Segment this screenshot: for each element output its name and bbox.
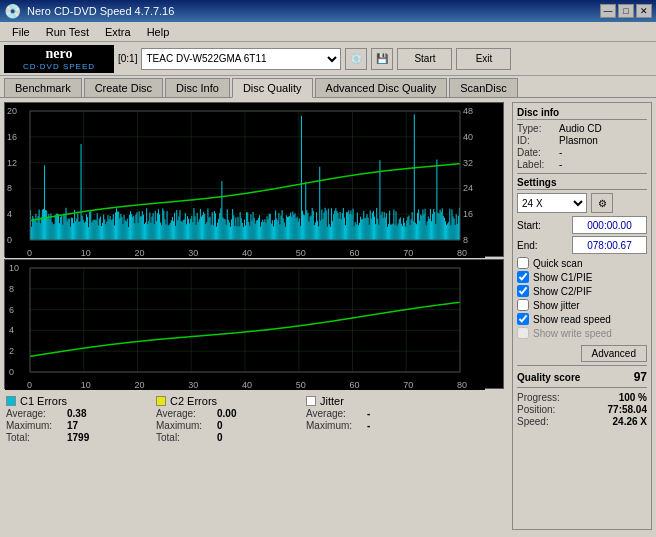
chart-top: [4, 102, 504, 257]
show-write-checkbox[interactable]: [517, 327, 529, 339]
progress-value: 100 %: [619, 392, 647, 403]
c2-max-label: Maximum:: [156, 420, 211, 431]
menu-extra[interactable]: Extra: [97, 24, 139, 40]
minimize-button[interactable]: —: [600, 4, 616, 18]
settings-title: Settings: [517, 177, 647, 190]
disc-type-value: Audio CD: [559, 123, 602, 134]
menu-help[interactable]: Help: [139, 24, 178, 40]
c1-color-box: [6, 396, 16, 406]
chart-area: C1 Errors Average: 0.38 Maximum: 17 Tota…: [0, 98, 508, 534]
tab-advanced-disc-quality[interactable]: Advanced Disc Quality: [315, 78, 448, 97]
start-time-input[interactable]: [572, 216, 647, 234]
c2-avg-label: Average:: [156, 408, 211, 419]
show-c2-row: Show C2/PIF: [517, 285, 647, 297]
menu-file[interactable]: File: [4, 24, 38, 40]
jitter-color-box: [306, 396, 316, 406]
quick-scan-row: Quick scan: [517, 257, 647, 269]
tabs: Benchmark Create Disc Disc Info Disc Qua…: [0, 76, 656, 97]
c1-max-label: Maximum:: [6, 420, 61, 431]
quick-scan-checkbox[interactable]: [517, 257, 529, 269]
disc-icon-button[interactable]: 💿: [345, 48, 367, 70]
show-c1-checkbox[interactable]: [517, 271, 529, 283]
disc-date-value: -: [559, 147, 562, 158]
chart-bottom: [4, 259, 504, 389]
show-c2-label: Show C2/PIF: [533, 286, 592, 297]
c1-total-label: Total:: [6, 432, 61, 443]
jitter-avg-label: Average:: [306, 408, 361, 419]
menu-bar: File Run Test Extra Help: [0, 22, 656, 42]
save-button[interactable]: 💾: [371, 48, 393, 70]
tab-create-disc[interactable]: Create Disc: [84, 78, 163, 97]
show-c2-checkbox[interactable]: [517, 285, 529, 297]
tab-disc-info[interactable]: Disc Info: [165, 78, 230, 97]
start-button[interactable]: Start: [397, 48, 452, 70]
jitter-max-label: Maximum:: [306, 420, 361, 431]
main-content: C1 Errors Average: 0.38 Maximum: 17 Tota…: [0, 98, 656, 534]
jitter-max-value: -: [367, 420, 370, 431]
position-label: Position:: [517, 404, 555, 415]
legend-c1: C1 Errors Average: 0.38 Maximum: 17 Tota…: [6, 395, 146, 443]
app-title: Nero CD-DVD Speed 4.7.7.16: [27, 5, 174, 17]
c1-avg-value: 0.38: [67, 408, 86, 419]
disc-info-section: Disc info Type: Audio CD ID: Plasmon Dat…: [517, 107, 647, 170]
progress-section: Progress: 100 % Position: 77:58.04 Speed…: [517, 392, 647, 427]
tab-benchmark[interactable]: Benchmark: [4, 78, 82, 97]
app-title-icon: 💿: [4, 3, 21, 19]
quality-score-row: Quality score 97: [517, 370, 647, 384]
exit-button[interactable]: Exit: [456, 48, 511, 70]
quality-value: 97: [634, 370, 647, 384]
right-panel: Disc info Type: Audio CD ID: Plasmon Dat…: [508, 98, 656, 534]
show-c1-label: Show C1/PIE: [533, 272, 592, 283]
disc-label-label: Label:: [517, 159, 555, 170]
disc-label-value: -: [559, 159, 562, 170]
show-jitter-label: Show jitter: [533, 300, 580, 311]
speed-label: Speed:: [517, 416, 549, 427]
advanced-button[interactable]: Advanced: [581, 345, 647, 362]
c1-total-value: 1799: [67, 432, 89, 443]
tab-disc-quality[interactable]: Disc Quality: [232, 78, 313, 98]
close-button[interactable]: ✕: [636, 4, 652, 18]
show-write-row: Show write speed: [517, 327, 647, 339]
tab-scandisc[interactable]: ScanDisc: [449, 78, 517, 97]
show-write-label: Show write speed: [533, 328, 612, 339]
c2-avg-value: 0.00: [217, 408, 236, 419]
c2-max-value: 0: [217, 420, 223, 431]
c1-title: C1 Errors: [20, 395, 67, 407]
logo-sub: CD·DVD SPEED: [23, 62, 95, 71]
quick-scan-label: Quick scan: [533, 258, 582, 269]
c2-color-box: [156, 396, 166, 406]
maximize-button[interactable]: □: [618, 4, 634, 18]
end-time-label: End:: [517, 240, 538, 251]
c2-title: C2 Errors: [170, 395, 217, 407]
disc-id-value: Plasmon: [559, 135, 598, 146]
settings-section: Settings 24 X Maximum 4 X 8 X 16 X 32 X …: [517, 177, 647, 362]
disc-id-label: ID:: [517, 135, 555, 146]
start-time-label: Start:: [517, 220, 541, 231]
end-time-input[interactable]: [572, 236, 647, 254]
app-logo: nero CD·DVD SPEED: [4, 45, 114, 73]
show-read-checkbox[interactable]: [517, 313, 529, 325]
disc-date-label: Date:: [517, 147, 555, 158]
settings-gear-button[interactable]: ⚙: [591, 193, 613, 213]
c1-avg-label: Average:: [6, 408, 61, 419]
legend-jitter: Jitter Average: - Maximum: -: [306, 395, 446, 443]
show-c1-row: Show C1/PIE: [517, 271, 647, 283]
show-read-row: Show read speed: [517, 313, 647, 325]
show-read-label: Show read speed: [533, 314, 611, 325]
toolbar: nero CD·DVD SPEED [0:1] TEAC DV-W522GMA …: [0, 42, 656, 76]
c2-total-label: Total:: [156, 432, 211, 443]
drive-select[interactable]: TEAC DV-W522GMA 6T11: [141, 48, 341, 70]
position-value: 77:58.04: [608, 404, 647, 415]
logo-nero: nero: [46, 46, 73, 62]
c1-max-value: 17: [67, 420, 78, 431]
legend: C1 Errors Average: 0.38 Maximum: 17 Tota…: [4, 391, 504, 445]
jitter-avg-value: -: [367, 408, 370, 419]
jitter-title: Jitter: [320, 395, 344, 407]
progress-label: Progress:: [517, 392, 560, 403]
speed-select[interactable]: 24 X Maximum 4 X 8 X 16 X 32 X 48 X: [517, 193, 587, 213]
disc-type-label: Type:: [517, 123, 555, 134]
window-controls: — □ ✕: [600, 4, 652, 18]
show-jitter-checkbox[interactable]: [517, 299, 529, 311]
legend-c2: C2 Errors Average: 0.00 Maximum: 0 Total…: [156, 395, 296, 443]
menu-run-test[interactable]: Run Test: [38, 24, 97, 40]
